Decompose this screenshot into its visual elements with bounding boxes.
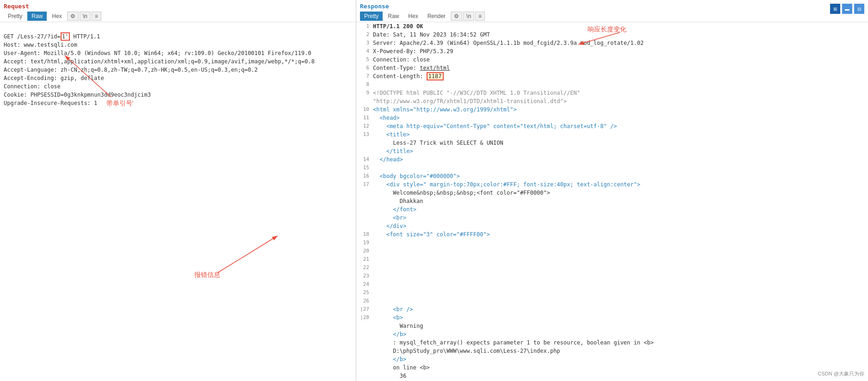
- request-tabs: Pretty Raw Hex ⚙ \n ≡: [0, 11, 356, 22]
- tab-menu-request[interactable]: ≡: [92, 12, 101, 21]
- tab-pretty-request[interactable]: Pretty: [4, 12, 26, 21]
- response-line-6: 6 Content-Type: text/html: [358, 64, 866, 72]
- request-accept-lang: Accept-Language: zh-CN,zh;q=0.8,zh-TW;q=…: [4, 67, 258, 73]
- response-tabs: Pretty Raw Hex Render ⚙ \n ≡: [356, 11, 868, 22]
- request-panel: Request Pretty Raw Hex ⚙ \n ≡ GET /Less-…: [0, 0, 356, 381]
- tab-pretty-response[interactable]: Pretty: [360, 12, 383, 21]
- request-upgrade: Upgrade-Insecure-Requests: 1: [4, 100, 97, 106]
- watermark: CSDN @大象只为你: [818, 370, 864, 377]
- response-content: 1 HTTP/1.1 200 OK 2 Date: Sat, 11 Nov 20…: [356, 22, 868, 381]
- response-line-27: |27 <br />: [358, 305, 866, 313]
- response-line-17: 17 <div style=" margin-top:70px;color:#F…: [358, 180, 866, 189]
- tab-render-response[interactable]: Render: [423, 12, 450, 21]
- response-line-28h: 36: [358, 372, 866, 380]
- response-line-12: 12 <meta http-equiv="Content-Type" conte…: [358, 122, 866, 130]
- tab-settings-response[interactable]: ⚙: [451, 12, 462, 21]
- request-cookie: Cookie: PHPSESSID=0g3knkpmnun3dd9eoc3ndj…: [4, 92, 151, 98]
- response-line-25: 25: [358, 289, 866, 297]
- response-line-3: 3 Server: Apache/2.4.39 (Win64) OpenSSL/…: [358, 39, 866, 47]
- tab-newline-response[interactable]: \n: [463, 12, 474, 21]
- response-line-14: 14 </head>: [358, 155, 866, 164]
- split-view-button[interactable]: ⊟: [854, 4, 864, 14]
- response-line-18: 18 <font size="3" color="#FFFF00">: [358, 230, 866, 239]
- response-line-19: 19: [358, 239, 866, 247]
- response-line-22: 22: [358, 264, 866, 272]
- tab-newline-request[interactable]: \n: [80, 12, 91, 21]
- grid-view-button[interactable]: ⊞: [830, 4, 840, 14]
- request-host: Host: www.testsqli.com: [4, 42, 77, 48]
- request-line1: GET /Less-27/?id=1' HTTP/1.1: [4, 32, 100, 41]
- response-line-10: 10 <html xmlns="http://www.w3.org/1999/x…: [358, 105, 866, 114]
- response-line-28g: on line <b>: [358, 363, 866, 372]
- request-useragent: User-Agent: Mozilla/5.0 (Windows NT 10.0…: [4, 50, 311, 56]
- response-line-28e: D:\phpStudy_pro\WWW\www.sqli.com\Less-27…: [358, 347, 866, 355]
- request-title: Request: [0, 0, 356, 11]
- response-line-28d: : mysql_fetch_array() expects parameter …: [358, 338, 866, 347]
- response-line-4: 4 X-Powered-By: PHP/5.3.29: [358, 47, 866, 55]
- response-line-17e: <br>: [358, 214, 866, 222]
- response-line-20: 20: [358, 247, 866, 255]
- response-line-17d: </font>: [358, 205, 866, 214]
- tab-hex-request[interactable]: Hex: [48, 12, 66, 21]
- tab-hex-response[interactable]: Hex: [404, 12, 422, 21]
- response-line-11: 11 <head>: [358, 114, 866, 122]
- response-line-28f: </b>: [358, 355, 866, 363]
- main-container: ⊞ ▬ ⊟ Request Pretty Raw Hex ⚙ \n ≡ GET …: [0, 0, 868, 381]
- request-content: GET /Less-27/?id=1' HTTP/1.1 Host: www.t…: [0, 22, 356, 381]
- request-accept: Accept: text/html,application/xhtml+xml,…: [4, 58, 315, 65]
- response-line-24: 24: [358, 280, 866, 289]
- response-title: Response: [356, 0, 868, 11]
- response-line-13b: Less-27 Trick with SELECT & UNION: [358, 139, 866, 147]
- response-line-9: 9 <!DOCTYPE html PUBLIC "-//W3C//DTD XHT…: [358, 89, 866, 97]
- request-connection: Connection: close: [4, 83, 61, 90]
- list-view-button[interactable]: ▬: [842, 4, 852, 14]
- response-line-23: 23: [358, 272, 866, 280]
- request-accept-enc: Accept-Encoding: gzip, deflate: [4, 75, 104, 81]
- response-line-7: 7 Content-Length: 1187: [358, 72, 866, 80]
- response-line-28: |28 <b>: [358, 313, 866, 322]
- response-line-15: 15: [358, 164, 866, 172]
- response-line-1: 1 HTTP/1.1 200 OK: [358, 22, 866, 31]
- content-length-value: 1187: [427, 72, 444, 80]
- response-panel: Response Pretty Raw Hex Render ⚙ \n ≡ 1 …: [356, 0, 868, 381]
- top-toolbar: ⊞ ▬ ⊟: [830, 4, 864, 14]
- response-line-17c: Dhakkan: [358, 197, 866, 205]
- response-line-28b: Warning: [358, 322, 866, 330]
- response-line-13: 13 <title>: [358, 130, 866, 139]
- response-line-21: 21: [358, 255, 866, 264]
- response-line-8: 8: [358, 80, 866, 89]
- response-line-28c: </b>: [358, 330, 866, 338]
- tab-raw-response[interactable]: Raw: [384, 12, 403, 21]
- response-line-2: 2 Date: Sat, 11 Nov 2023 16:34:52 GMT: [358, 31, 866, 39]
- response-line-16: 16 <body bgcolor="#000000">: [358, 172, 866, 180]
- response-line-17f: </div>: [358, 222, 866, 230]
- tab-menu-response[interactable]: ≡: [475, 12, 485, 21]
- response-line-5: 5 Connection: close: [358, 55, 866, 64]
- response-line-13c: </title>: [358, 147, 866, 155]
- tab-raw-request[interactable]: Raw: [27, 12, 47, 21]
- tab-settings-request[interactable]: ⚙: [67, 12, 79, 21]
- response-line-17b: Welcome&nbsp;&nbsp;&nbsp;<font color="#F…: [358, 189, 866, 197]
- response-line-9b: "http://www.w3.org/TR/xhtml1/DTD/xhtml1-…: [358, 97, 866, 105]
- response-line-26: 26: [358, 297, 866, 305]
- id-value-highlight: 1': [61, 32, 70, 41]
